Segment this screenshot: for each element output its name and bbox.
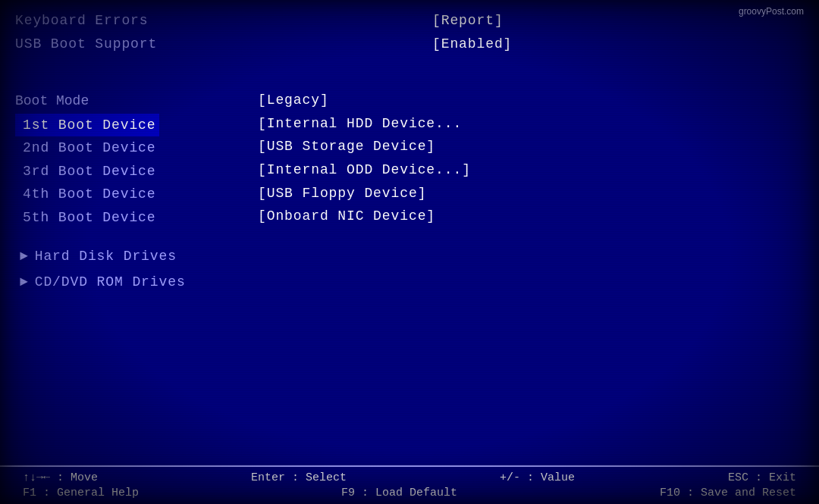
usb-boot-value: [Enabled]: [432, 33, 804, 56]
submenu-item-2[interactable]: ►CD/DVD ROM Drives: [15, 269, 258, 295]
footer-value: +/- : Value: [500, 471, 575, 484]
boot-device-label-1[interactable]: 1st Boot Device: [15, 114, 159, 137]
footer-enter: Enter : Select: [251, 471, 347, 484]
boot-device-value-1: [Internal HDD Device...: [258, 112, 804, 136]
boot-device-value-4: [USB Floppy Device]: [258, 182, 804, 205]
boot-mode-label[interactable]: Boot Mode: [15, 89, 258, 113]
footer-move: ↑↓→← : Move: [23, 471, 98, 484]
boot-mode-value: [Legacy]: [258, 89, 804, 112]
footer-f10: F10 : Save and Reset: [660, 487, 796, 499]
boot-device-value-2: [USB Storage Device]: [258, 135, 804, 158]
footer-esc: ESC : Exit: [728, 471, 796, 484]
watermark: groovyPost.com: [739, 6, 804, 17]
boot-device-value-3: [Internal ODD Device...]: [258, 158, 804, 182]
boot-device-label-4[interactable]: 4th Boot Device: [15, 183, 258, 206]
submenu-item-1[interactable]: ►Hard Disk Drives: [15, 243, 258, 269]
boot-device-label-2[interactable]: 2nd Boot Device: [15, 136, 258, 160]
keyboard-errors-label: Keyboard Errors: [15, 9, 387, 33]
footer-bar: ↑↓→← : Move Enter : Select +/- : Value E…: [0, 465, 819, 504]
boot-device-label-3[interactable]: 3rd Boot Device: [15, 160, 258, 183]
boot-device-value-5: [Onboard NIC Device]: [258, 205, 804, 228]
footer-f9: F9 : Load Default: [341, 487, 457, 499]
boot-device-label-5[interactable]: 5th Boot Device: [15, 206, 258, 230]
footer-f1: F1 : General Help: [23, 487, 139, 499]
usb-boot-label: USB Boot Support: [15, 33, 387, 56]
